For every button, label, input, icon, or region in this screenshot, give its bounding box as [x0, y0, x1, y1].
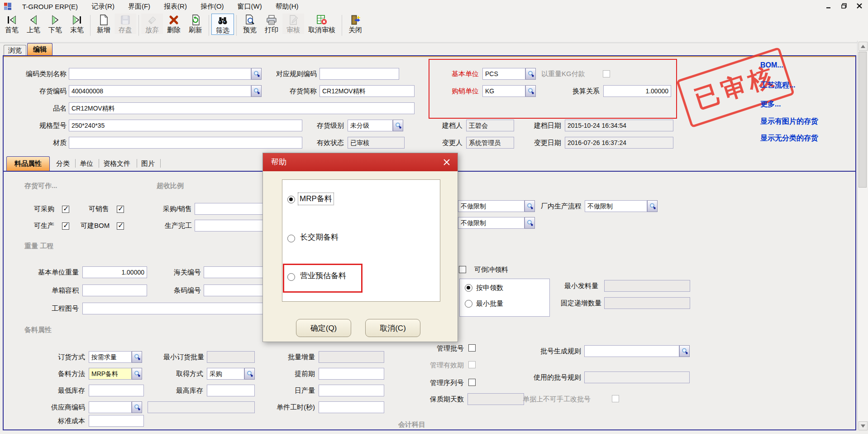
factory-flow-lookup-button[interactable]	[647, 200, 658, 212]
toolbar-last-button[interactable]: 末笔	[66, 14, 88, 34]
link-show-with-image[interactable]: 显示有图片的存货	[760, 117, 818, 126]
purchase-sale-ratio-label: 采购/销售	[129, 203, 192, 215]
min-stock-label: 最低库存	[22, 385, 85, 396]
toolbar-close-button[interactable]: 关闭	[344, 14, 366, 34]
subtab-qualification[interactable]: 资格文件	[103, 159, 130, 168]
max-stock-field[interactable]	[207, 385, 255, 396]
dialog-ok-button[interactable]: 确定(Q)	[296, 319, 351, 337]
material-field[interactable]	[69, 137, 302, 149]
restriction2-lookup-button[interactable]	[525, 217, 535, 229]
subtab-images[interactable]: 图片	[141, 159, 155, 168]
manage-batch-checkbox[interactable]	[468, 344, 476, 352]
lead-time-field[interactable]	[319, 368, 384, 380]
tab-edit[interactable]: 编辑	[27, 43, 52, 55]
daily-output-field[interactable]	[319, 385, 384, 396]
order-mode-field[interactable]: 按需求量	[89, 351, 132, 363]
std-cost-field[interactable]	[89, 415, 144, 427]
item-code-label: 存货编码	[3, 85, 67, 97]
spec-field[interactable]: 250*240*35	[69, 120, 302, 131]
link-show-unclassified[interactable]: 显示无分类的存货	[760, 134, 818, 143]
restriction-field-1[interactable]: 不做限制	[458, 200, 525, 212]
bom-allowed-checkbox[interactable]	[117, 222, 124, 230]
level-field[interactable]: 未分级	[348, 120, 393, 131]
status-field: 已审核	[348, 137, 405, 149]
purchasable-checkbox[interactable]	[62, 206, 69, 213]
toolbar-separator	[90, 15, 91, 36]
toolbar-prev-button[interactable]: 上笔	[23, 14, 44, 34]
restore-icon[interactable]	[839, 2, 849, 10]
production-done-label: 生产完工	[129, 220, 192, 231]
toolbar-cancel-audit-button[interactable]: 取消审核	[304, 14, 339, 34]
used-batch-rule-label: 使用的批号规则	[518, 371, 581, 383]
tab-browse[interactable]: 浏览	[4, 45, 26, 55]
menu-item-report[interactable]: 报表(R)	[157, 2, 194, 11]
dialog-radio-mrp[interactable]	[287, 196, 295, 203]
by-request-radio[interactable]	[465, 284, 472, 292]
modifier-label: 变更人	[399, 137, 463, 149]
scroll-up-icon[interactable]	[858, 42, 868, 51]
batch-rule-field[interactable]	[584, 345, 679, 357]
coding-category-field[interactable]	[69, 68, 251, 80]
menu-item-record[interactable]: 记录(R)	[85, 2, 121, 11]
scroll-down-icon[interactable]	[858, 421, 868, 430]
manage-serial-checkbox[interactable]	[468, 379, 476, 386]
dialog-radio-business-estimate[interactable]	[287, 273, 295, 281]
supplier-lookup-button[interactable]	[132, 401, 142, 413]
subtab-classification[interactable]: 分类	[56, 159, 70, 168]
minimize-icon[interactable]	[824, 2, 834, 10]
toolbar-print-button[interactable]: 打印	[261, 14, 282, 34]
toolbar-first-button[interactable]: 首笔	[1, 14, 23, 34]
subtab-item-attributes[interactable]: 料品属性	[6, 156, 50, 171]
toolbar-delete-button[interactable]: 删除	[163, 14, 185, 34]
usable-section-header: 存货可作...	[24, 182, 57, 190]
unit-time-field[interactable]	[319, 401, 384, 413]
link-bom[interactable]: BOM...	[760, 61, 783, 69]
toolbar-preview-button[interactable]: 预览	[239, 14, 261, 34]
close-window-icon[interactable]	[854, 2, 864, 10]
prepare-method-field[interactable]: MRP备料	[89, 368, 132, 380]
toolbar-next-button[interactable]: 下笔	[44, 14, 66, 34]
dialog-close-icon[interactable]	[442, 158, 451, 167]
status-label: 有效状态	[281, 137, 344, 149]
dialog-option-business-estimate-label[interactable]: 营业预估备料	[300, 270, 346, 282]
audit-icon	[287, 14, 299, 26]
help-dialog: 帮助 MRP备料 长交期备料 营业预估备料 确定(Q) 取消(C)	[262, 153, 458, 342]
toolbar-refresh-button[interactable]: 刷新	[185, 14, 206, 34]
toolbar-new-button[interactable]: 新增	[93, 14, 114, 34]
link-process-flow[interactable]: 工艺流程...	[760, 81, 795, 90]
menu-item-window[interactable]: 窗口(W)	[231, 2, 269, 11]
link-more[interactable]: 更多...	[760, 100, 781, 109]
product-name-field[interactable]: CR12MOV精料	[69, 102, 415, 114]
dialog-title: 帮助	[263, 153, 458, 171]
supplier-code-field[interactable]	[89, 401, 132, 413]
fixed-increment-label: 固定递增数量	[538, 297, 601, 309]
sellable-label: 可销售	[89, 203, 109, 215]
dialog-option-long-lead-label[interactable]: 长交期备料	[300, 231, 339, 243]
toolbar-filter-button[interactable]: 筛选	[211, 14, 234, 35]
menu-item-help[interactable]: 帮助(H)	[269, 2, 305, 11]
min-batch-radio[interactable]	[465, 300, 472, 308]
first-record-icon	[6, 14, 18, 26]
factory-flow-field[interactable]: 不做限制	[585, 200, 647, 212]
menu-item-app[interactable]: T-GROUP ERP(E)	[15, 3, 85, 10]
dialog-option-mrp-label[interactable]: MRP备料	[298, 193, 334, 205]
batch-rule-lookup-button[interactable]	[679, 345, 690, 357]
restriction-field-2[interactable]: 不做限制	[458, 217, 525, 229]
dialog-radio-long-lead[interactable]	[287, 235, 295, 242]
backflush-checkbox[interactable]	[459, 266, 466, 273]
menu-item-operate[interactable]: 操作(O)	[194, 2, 231, 11]
min-stock-field[interactable]	[89, 385, 144, 396]
menu-item-interface[interactable]: 界面(F)	[121, 2, 157, 11]
magnifier-icon	[134, 404, 141, 411]
subtab-units[interactable]: 单位	[80, 159, 93, 168]
subtab-separator	[75, 159, 76, 168]
scrollbar-thumb[interactable]	[858, 52, 867, 188]
item-code-field[interactable]: 400400008	[69, 85, 251, 97]
acquire-mode-field[interactable]: 采购	[207, 368, 244, 380]
producible-checkbox[interactable]	[62, 222, 69, 230]
item-short-name-field[interactable]: CR12MOV精料	[320, 85, 415, 97]
batch-increment-field	[319, 351, 384, 363]
sellable-checkbox[interactable]	[117, 206, 124, 213]
dialog-cancel-button[interactable]: 取消(C)	[365, 319, 420, 337]
rule-code-field[interactable]	[320, 68, 399, 80]
